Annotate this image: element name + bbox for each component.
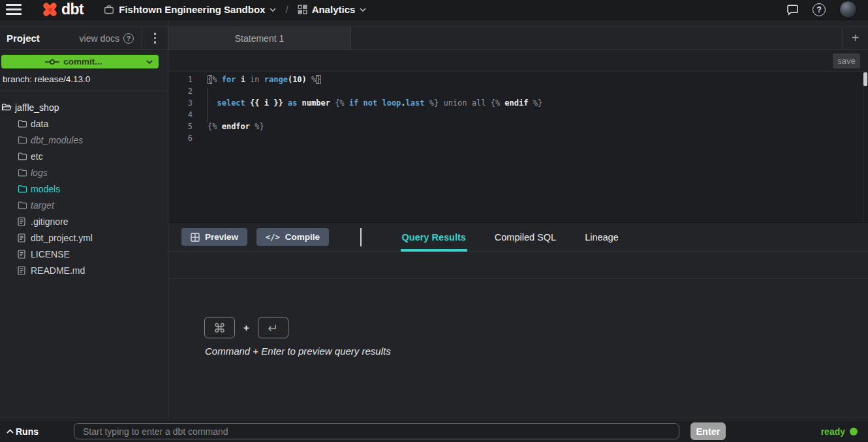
compile-button[interactable]: </> Compile [256, 228, 329, 246]
commit-button[interactable]: commit... [1, 55, 159, 68]
file-icon [18, 233, 25, 243]
view-docs-link[interactable]: view docs ? [80, 33, 142, 44]
avatar[interactable] [839, 1, 857, 18]
tab-lineage[interactable]: Lineage [583, 223, 620, 251]
tree-item-label: dbt_modules [31, 135, 83, 145]
breadcrumb-separator: / [285, 4, 288, 15]
tree-item-target[interactable]: target [0, 197, 168, 213]
tree-item-etc[interactable]: etc [0, 148, 168, 164]
preview-button[interactable]: Preview [181, 228, 247, 246]
project-name: Analytics [312, 4, 356, 15]
line-number-gutter: 123456 [168, 74, 197, 144]
line-number: 3 [168, 97, 193, 109]
chevron-down-icon [270, 8, 276, 12]
tab-query-results[interactable]: Query Results [401, 223, 467, 251]
project-selector[interactable]: Analytics [298, 4, 367, 15]
folder-icon [18, 168, 27, 177]
status-text: ready [821, 426, 845, 437]
workspace: Project view docs ? commit... br [0, 20, 868, 420]
plus-icon: + [852, 31, 860, 46]
help-icon[interactable]: ? [813, 3, 826, 16]
chevron-up-icon [7, 429, 14, 434]
dbt-logo-icon [41, 1, 59, 18]
tree-item-label: models [31, 184, 60, 194]
hamburger-menu-icon[interactable] [6, 4, 22, 15]
tree-item-label: target [31, 200, 54, 211]
commit-label: commit... [63, 57, 102, 66]
account-selector[interactable]: Fishtown Engineering Sandbox [104, 4, 276, 15]
table-grid-icon [191, 233, 200, 242]
editor-tab-bar: Statement 1 + [168, 26, 868, 50]
runs-label: Runs [16, 426, 39, 437]
tree-item-data[interactable]: data [0, 115, 168, 132]
folder-icon [18, 184, 27, 193]
code-editor[interactable]: 123456 {% for i in range(10) %} select {… [168, 72, 868, 222]
tree-item-label: README.md [31, 265, 85, 276]
dbt-command-input[interactable] [74, 423, 679, 439]
kebab-menu-icon [154, 33, 157, 44]
code-line-2 [208, 85, 542, 97]
sidebar-header: Project view docs ? [0, 26, 168, 50]
runs-toggle[interactable]: Runs [7, 420, 39, 442]
tree-item-jaffle_shop[interactable]: jaffle_shop [0, 99, 168, 115]
results-panel: ⌘ + ↵ Command + Enter to preview query r… [168, 279, 868, 420]
line-number: 4 [168, 109, 193, 121]
dbt-logo[interactable]: dbt [41, 1, 84, 18]
chat-icon[interactable] [786, 4, 799, 16]
editor-toolbar: save [168, 50, 868, 72]
tree-item-dbt_modules[interactable]: dbt_modules [0, 132, 168, 148]
tab-compiled-sql[interactable]: Compiled SQL [493, 223, 557, 251]
results-tabs: Query ResultsCompiled SQLLineage [401, 223, 620, 251]
account-name: Fishtown Engineering Sandbox [119, 4, 265, 15]
git-commit-icon [45, 59, 59, 65]
tab-label: Statement 1 [235, 33, 285, 44]
file-icon [18, 217, 25, 226]
tree-item-README.md[interactable]: README.md [0, 262, 168, 278]
tree-item-label: logs [31, 168, 48, 178]
line-number: 1 [168, 74, 193, 85]
dbt-logo-text: dbt [61, 1, 84, 18]
compile-label: Compile [285, 232, 320, 242]
command-key-icon: ⌘ [204, 317, 235, 338]
results-toolbar: Preview </> Compile Query ResultsCompile… [168, 222, 868, 252]
chevron-down-icon [360, 8, 366, 12]
enter-button[interactable]: Enter [690, 422, 726, 440]
code-line-3: select {{ i }} as number {% if not loop.… [208, 97, 542, 109]
file-tree: jaffle_shopdatadbt_modulesetclogsmodelst… [0, 99, 168, 278]
code-line-6 [208, 132, 542, 144]
new-tab-button[interactable]: + [842, 27, 868, 50]
tree-item-logs[interactable]: logs [0, 164, 168, 181]
file-icon [18, 266, 25, 275]
view-docs-label: view docs [80, 33, 119, 44]
tree-item-label: LICENSE [31, 249, 70, 259]
folder-icon [18, 136, 27, 144]
code-line-1: {% for i in range(10) %} [208, 74, 542, 85]
plus-text: + [243, 322, 249, 333]
tree-item-.gitignore[interactable]: .gitignore [0, 213, 168, 229]
scrollbar-thumb[interactable] [863, 72, 867, 86]
toolbar-divider [360, 228, 362, 246]
tree-item-models[interactable]: models [0, 181, 168, 197]
shortcut-hint: ⌘ + ↵ [204, 317, 288, 338]
sidebar: Project view docs ? commit... br [0, 20, 168, 420]
briefcase-icon [104, 5, 114, 15]
folder-icon [18, 119, 27, 128]
tree-item-label: jaffle_shop [15, 102, 59, 113]
folder-open-icon [1, 103, 12, 111]
tab-statement-1[interactable]: Statement 1 [168, 27, 351, 50]
tree-item-dbt_project.yml[interactable]: dbt_project.yml [0, 229, 168, 246]
tree-item-label: .gitignore [31, 216, 69, 227]
tree-item-label: data [31, 119, 48, 129]
line-number: 2 [168, 85, 193, 97]
dbt-cloud-ide: dbt Fishtown Engineering Sandbox / Analy… [0, 0, 868, 442]
tree-item-LICENSE[interactable]: LICENSE [0, 246, 168, 262]
line-number: 5 [168, 121, 193, 132]
main-area: Statement 1 + save 123456 {% for i in ra… [168, 20, 868, 420]
code-content: {% for i in range(10) %} select {{ i }} … [197, 74, 542, 144]
save-button[interactable]: save [833, 53, 860, 68]
top-bar: dbt Fishtown Engineering Sandbox / Analy… [0, 0, 868, 20]
sidebar-menu-button[interactable] [142, 27, 168, 50]
results-subheader [168, 252, 868, 279]
tree-item-label: dbt_project.yml [31, 233, 93, 243]
sidebar-divider [0, 91, 168, 91]
